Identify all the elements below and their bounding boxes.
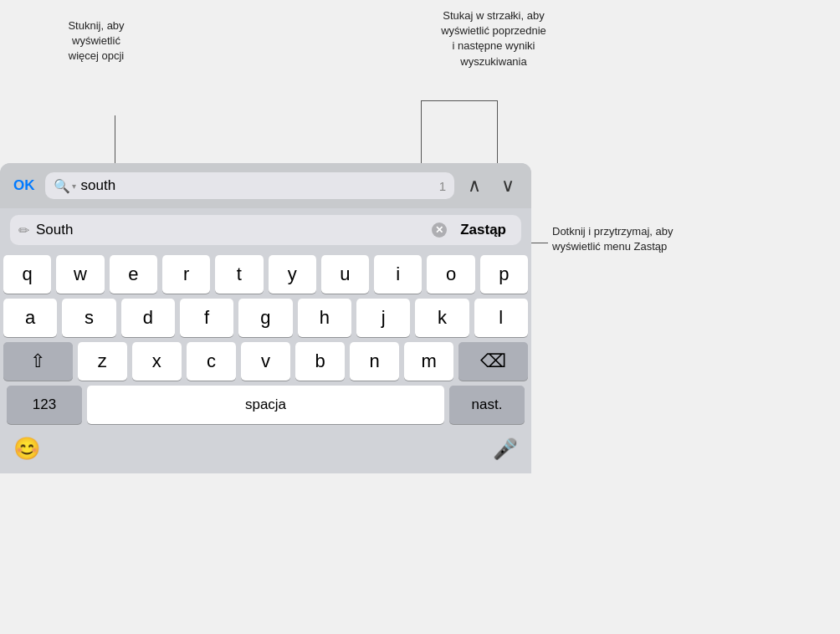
search-bar-row: OK 🔍 ▾ south 1 ∧ ∨	[0, 163, 531, 208]
key-c[interactable]: c	[187, 342, 236, 381]
key-n[interactable]: n	[350, 342, 399, 381]
annotation-2: Stukaj w strzałki, aby wyświetlić poprze…	[410, 8, 577, 69]
emoji-button[interactable]: 😊	[13, 436, 40, 462]
keyboard-panel: OK 🔍 ▾ south 1 ∧ ∨ ✏ South ✕ Zastąp q w …	[0, 163, 531, 473]
key-y[interactable]: y	[269, 255, 316, 294]
search-icon-wrap: 🔍 ▾	[54, 178, 76, 194]
zastap-button[interactable]: Zastąp	[453, 220, 513, 240]
mic-button[interactable]: 🎤	[493, 436, 518, 462]
key-l[interactable]: l	[474, 299, 528, 337]
annotation-bracket-left	[421, 100, 422, 167]
search-count: 1	[439, 179, 446, 193]
search-field[interactable]: 🔍 ▾ south 1	[45, 172, 455, 199]
pencil-icon: ✏	[18, 222, 29, 238]
annotation-1: Stuknij, aby wyświetlić więcej opcji	[42, 18, 151, 64]
ok-button[interactable]: OK	[10, 176, 38, 196]
key-p[interactable]: p	[480, 255, 528, 294]
annotation-bracket-right	[497, 100, 498, 167]
key-w[interactable]: w	[56, 255, 104, 294]
key-b[interactable]: b	[295, 342, 345, 381]
search-text: south	[81, 177, 434, 194]
key-k[interactable]: k	[415, 299, 469, 337]
key-s[interactable]: s	[62, 299, 115, 337]
key-i[interactable]: i	[374, 255, 422, 294]
next-button[interactable]: nast.	[449, 386, 525, 424]
key-x[interactable]: x	[132, 342, 182, 381]
key-row-1: q w e r t y u i o p	[3, 255, 528, 294]
bottom-row: 123 spacja nast.	[3, 386, 528, 424]
key-m[interactable]: m	[404, 342, 453, 381]
prev-result-button[interactable]: ∧	[461, 171, 488, 200]
key-g[interactable]: g	[238, 299, 292, 337]
annotation-3: Dotknij i przytrzymaj, aby wyświetlić me…	[552, 224, 736, 254]
search-icon: 🔍	[54, 178, 70, 194]
space-button[interactable]: spacja	[87, 386, 444, 424]
annotation-bracket-top	[421, 100, 498, 101]
search-chevron-icon: ▾	[72, 182, 76, 191]
shift-button[interactable]: ⇧	[3, 342, 73, 381]
key-r[interactable]: r	[162, 255, 210, 294]
keys-area: q w e r t y u i o p a s d f g h j k l ⇧ …	[0, 252, 531, 424]
numbers-button[interactable]: 123	[7, 386, 82, 424]
key-h[interactable]: h	[298, 299, 351, 337]
replace-text: South	[36, 222, 425, 238]
key-t[interactable]: t	[215, 255, 263, 294]
key-z[interactable]: z	[78, 342, 127, 381]
key-d[interactable]: d	[121, 299, 175, 337]
key-o[interactable]: o	[427, 255, 474, 294]
key-row-2: a s d f g h j k l	[3, 299, 528, 337]
key-row-3: ⇧ z x c v b n m ⌫	[3, 342, 528, 381]
key-a[interactable]: a	[3, 299, 57, 337]
next-result-button[interactable]: ∨	[494, 171, 521, 200]
annotation-line-1	[115, 115, 115, 166]
clear-replace-button[interactable]: ✕	[432, 222, 447, 238]
key-f[interactable]: f	[180, 299, 233, 337]
key-v[interactable]: v	[241, 342, 290, 381]
delete-button[interactable]: ⌫	[458, 342, 528, 381]
replace-bar-row: ✏ South ✕ Zastąp	[10, 215, 521, 245]
key-e[interactable]: e	[110, 255, 157, 294]
emoji-mic-row: 😊 🎤	[0, 429, 531, 465]
key-u[interactable]: u	[321, 255, 369, 294]
key-q[interactable]: q	[3, 255, 51, 294]
key-j[interactable]: j	[356, 299, 410, 337]
